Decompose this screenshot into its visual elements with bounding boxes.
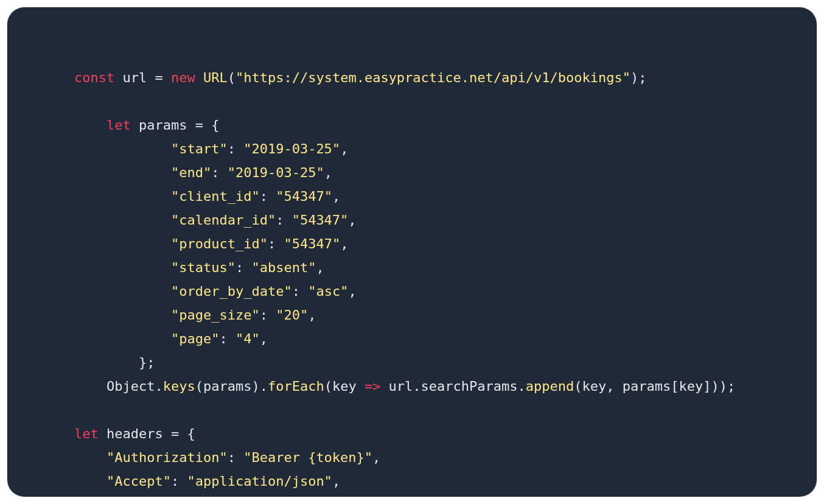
colon: : xyxy=(236,260,252,275)
indent xyxy=(74,284,171,299)
indent xyxy=(74,212,171,228)
fn-foreach: forEach xyxy=(268,379,324,394)
args: (params). xyxy=(195,379,268,394)
kw-let: let xyxy=(106,117,131,133)
comma: , xyxy=(260,331,268,346)
val-page: "4" xyxy=(236,331,260,346)
key-authorization: "Authorization" xyxy=(106,450,228,465)
colon: : xyxy=(276,212,292,228)
key-order-by-date: "order_by_date" xyxy=(171,284,292,299)
id-object: Object xyxy=(106,379,155,394)
comma: , xyxy=(372,450,380,465)
key-page: "page" xyxy=(171,331,219,346)
brace-open: = { xyxy=(171,426,195,441)
key-start: "start" xyxy=(171,141,228,156)
tail1: url.searchParams. xyxy=(380,379,525,394)
colon: : xyxy=(211,165,228,180)
brace-open: = { xyxy=(195,117,220,133)
colon: : xyxy=(228,450,244,465)
id-headers: headers xyxy=(99,426,171,441)
key-calendar-id: "calendar_id" xyxy=(171,212,276,228)
tail2: (key, params[key])); xyxy=(574,379,735,394)
colon: : xyxy=(219,331,236,346)
key-accept: "Accept" xyxy=(106,474,171,489)
comma: , xyxy=(308,307,316,323)
val-calendar-id: "54347" xyxy=(292,212,349,228)
key-end: "end" xyxy=(171,165,211,180)
val-status: "absent" xyxy=(251,260,316,275)
val-page-size: "20" xyxy=(276,307,308,323)
indent xyxy=(74,307,171,323)
kw-new: new xyxy=(171,70,195,85)
colon: : xyxy=(260,307,276,323)
comma: , xyxy=(324,165,332,180)
space xyxy=(195,70,203,85)
comma: , xyxy=(340,236,348,251)
indent xyxy=(74,379,106,394)
op-eq: = xyxy=(155,70,171,85)
kw-const: const xyxy=(74,70,114,85)
indent xyxy=(74,117,106,133)
indent xyxy=(74,141,171,156)
colon: : xyxy=(292,284,309,299)
colon: : xyxy=(260,189,276,204)
comma: , xyxy=(332,189,340,204)
indent xyxy=(74,189,171,204)
paren-open: ( xyxy=(228,70,236,85)
val-product-id: "54347" xyxy=(284,236,340,251)
indent xyxy=(74,474,106,489)
colon: : xyxy=(228,141,244,156)
comma: , xyxy=(316,260,324,275)
indent xyxy=(74,355,139,370)
val-start: "2019-03-25" xyxy=(243,141,340,156)
arrow: => xyxy=(365,379,381,394)
indent xyxy=(74,331,171,346)
id-params: params xyxy=(131,117,195,133)
val-client-id: "54347" xyxy=(276,189,332,204)
key-product-id: "product_id" xyxy=(171,236,268,251)
fn-keys: keys xyxy=(163,379,195,394)
colon: : xyxy=(171,474,187,489)
key-page-size: "page_size" xyxy=(171,307,260,323)
comma: , xyxy=(348,212,356,228)
comma: , xyxy=(332,474,340,489)
key-status: "status" xyxy=(171,260,236,275)
val-end: "2019-03-25" xyxy=(228,165,324,180)
colon: : xyxy=(268,236,284,251)
kw-let: let xyxy=(74,426,99,441)
class-url: URL xyxy=(203,70,228,85)
key-client-id: "client_id" xyxy=(171,189,260,204)
indent xyxy=(74,236,171,251)
brace-close: }; xyxy=(139,355,155,370)
code-panel: const url = new URL("https://system.easy… xyxy=(7,7,817,497)
val-accept: "application/json" xyxy=(187,474,332,489)
val-authorization: "Bearer {token}" xyxy=(243,450,372,465)
fn-append: append xyxy=(526,379,574,394)
dot: . xyxy=(155,379,162,394)
indent xyxy=(74,165,171,180)
indent xyxy=(74,450,106,465)
comma: , xyxy=(340,141,348,156)
comma: , xyxy=(348,284,356,299)
indent xyxy=(74,260,171,275)
val-order-by-date: "asc" xyxy=(308,284,348,299)
code-block: const url = new URL("https://system.easy… xyxy=(7,7,817,493)
str-url: "https://system.easypractice.net/api/v1/… xyxy=(236,70,630,85)
args2: (key xyxy=(324,379,365,394)
paren-close: ); xyxy=(630,70,647,85)
id-url: url xyxy=(114,70,155,85)
